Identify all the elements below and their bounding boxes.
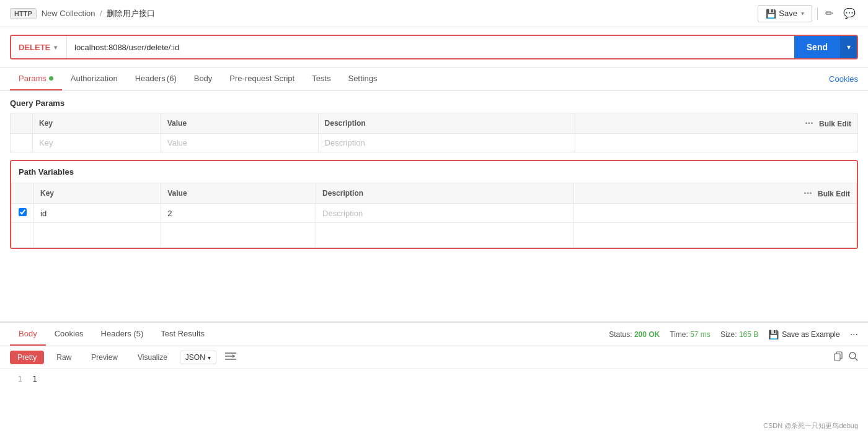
th-check-pv <box>12 183 34 204</box>
params-dot <box>49 76 53 81</box>
bottom-toolbar: Pretty Raw Preview Visualize JSON ▾ <box>0 346 868 369</box>
bottom-tab-headers[interactable]: Headers (5) <box>92 323 153 346</box>
svg-point-5 <box>849 352 856 359</box>
divider <box>817 7 818 20</box>
copy-button[interactable] <box>833 351 843 364</box>
breadcrumb-separator: / <box>100 9 102 18</box>
tab-params[interactable]: Params <box>10 68 62 90</box>
method-select[interactable]: DELETE ▾ <box>11 36 67 58</box>
edit-button[interactable]: ✏ <box>823 5 836 22</box>
pv-bulk <box>574 204 857 223</box>
search-icon <box>848 351 858 361</box>
right-icons <box>833 351 858 364</box>
search-button[interactable] <box>848 351 858 364</box>
format-preview-button[interactable]: Preview <box>84 351 125 364</box>
table-row: id 2 Description <box>12 204 857 223</box>
top-bar-left: HTTP New Collection / 删除用户接口 <box>10 8 155 19</box>
line-numbers: 1 <box>10 374 22 383</box>
top-bar: HTTP New Collection / 删除用户接口 💾 Save ▾ ✏ … <box>0 0 868 27</box>
th-check <box>11 113 33 134</box>
breadcrumb-collection[interactable]: New Collection <box>42 9 95 18</box>
th-bulk-pv: ··· Bulk Edit <box>574 183 857 204</box>
tab-body[interactable]: Body <box>185 68 221 90</box>
empty-bulk <box>575 134 858 152</box>
format-raw-button[interactable]: Raw <box>49 351 79 364</box>
th-desc-pv: Description <box>316 183 574 204</box>
path-variables-table: Key Value Description ··· Bulk Edit id 2 <box>11 183 857 248</box>
save-example-icon: 💾 <box>768 330 779 339</box>
tabs-row: Params Authorization Headers (6) Body Pr… <box>0 68 868 91</box>
bottom-tabs: Body Cookies Headers (5) Test Results <box>10 323 213 346</box>
send-dropdown[interactable]: ▾ <box>840 36 857 58</box>
bottom-tab-cookies[interactable]: Cookies <box>46 323 92 346</box>
th-desc-query: Description <box>318 113 575 134</box>
send-button[interactable]: Send <box>794 36 840 58</box>
breadcrumb: New Collection / 删除用户接口 <box>42 8 156 19</box>
bottom-tab-test-results[interactable]: Test Results <box>152 323 213 346</box>
path-variables-box: Path Variables Key Value Description ···… <box>10 160 858 249</box>
pv-empty-val[interactable] <box>161 223 316 248</box>
empty-desc[interactable]: Description <box>318 134 575 152</box>
pv-empty-key[interactable] <box>34 223 161 248</box>
bottom-tabs-row: Body Cookies Headers (5) Test Results St… <box>0 323 868 346</box>
tab-authorization[interactable]: Authorization <box>62 68 126 90</box>
pv-empty-row <box>12 223 857 248</box>
tab-pre-request[interactable]: Pre-request Script <box>221 68 303 90</box>
empty-value[interactable]: Value <box>161 134 318 152</box>
comment-button[interactable]: 💬 <box>841 5 858 22</box>
more-options-button[interactable]: ··· <box>850 329 858 340</box>
format-pretty-button[interactable]: Pretty <box>10 351 44 364</box>
pv-key[interactable]: id <box>34 204 161 223</box>
more-dots-pv[interactable]: ··· <box>804 188 812 198</box>
save-icon: 💾 <box>766 9 776 19</box>
th-value-pv: Value <box>161 183 316 204</box>
path-variables-title: Path Variables <box>11 161 857 183</box>
format-json-select[interactable]: JSON ▾ <box>180 351 216 364</box>
bottom-tab-body[interactable]: Body <box>10 323 46 346</box>
empty-check <box>11 134 33 152</box>
pv-empty-check <box>12 223 34 248</box>
th-value-query: Value <box>161 113 318 134</box>
url-bar: DELETE ▾ Send ▾ <box>10 35 858 59</box>
tab-tests[interactable]: Tests <box>303 68 339 90</box>
url-input[interactable] <box>67 36 794 58</box>
tab-settings[interactable]: Settings <box>339 68 386 90</box>
save-chevron: ▾ <box>801 10 804 17</box>
size-value: 165 B <box>739 330 758 339</box>
empty-key[interactable]: Key <box>33 134 161 152</box>
bottom-panel: Body Cookies Headers (5) Test Results St… <box>0 321 868 433</box>
pv-value[interactable]: 2 <box>161 204 316 223</box>
http-badge: HTTP <box>10 8 37 19</box>
size-label: Size: 165 B <box>720 330 758 339</box>
format-json-chevron: ▾ <box>208 354 211 361</box>
save-example-button[interactable]: 💾 Save as Example <box>768 330 839 339</box>
svg-rect-4 <box>835 354 840 361</box>
code-content: 1 <box>32 374 37 383</box>
svg-line-6 <box>855 358 857 361</box>
pv-desc[interactable]: Description <box>316 204 574 223</box>
wrap-button[interactable] <box>221 350 240 365</box>
query-params-empty-row: Key Value Description <box>11 134 858 152</box>
pv-checkbox[interactable] <box>19 208 27 216</box>
status-label: Status: 200 OK <box>609 330 660 339</box>
save-example-label: Save as Example <box>782 330 839 339</box>
tab-headers[interactable]: Headers (6) <box>126 68 185 90</box>
copy-icon <box>833 351 843 361</box>
pv-empty-desc[interactable] <box>316 223 574 248</box>
wrap-icon <box>225 352 236 361</box>
th-bulk-query: ··· Bulk Edit <box>575 113 858 134</box>
save-button[interactable]: 💾 Save ▾ <box>758 5 812 22</box>
watermark: CSDN @杀死一只知更鸟debug <box>763 421 858 431</box>
main-content: Query Params Key Value Description ··· B… <box>0 91 868 322</box>
query-params-title: Query Params <box>10 91 858 113</box>
code-area: 1 1 <box>0 369 868 388</box>
pv-check <box>12 204 34 223</box>
pv-empty-bulk <box>574 223 857 248</box>
more-dots-query[interactable]: ··· <box>805 118 813 128</box>
time-value: 57 ms <box>690 330 711 339</box>
cookies-link[interactable]: Cookies <box>829 74 858 84</box>
format-json-label: JSON <box>185 353 205 362</box>
status-row: Status: 200 OK Time: 57 ms Size: 165 B 💾… <box>609 329 858 340</box>
request-tabs: Params Authorization Headers (6) Body Pr… <box>10 68 386 90</box>
format-visualize-button[interactable]: Visualize <box>130 351 175 364</box>
